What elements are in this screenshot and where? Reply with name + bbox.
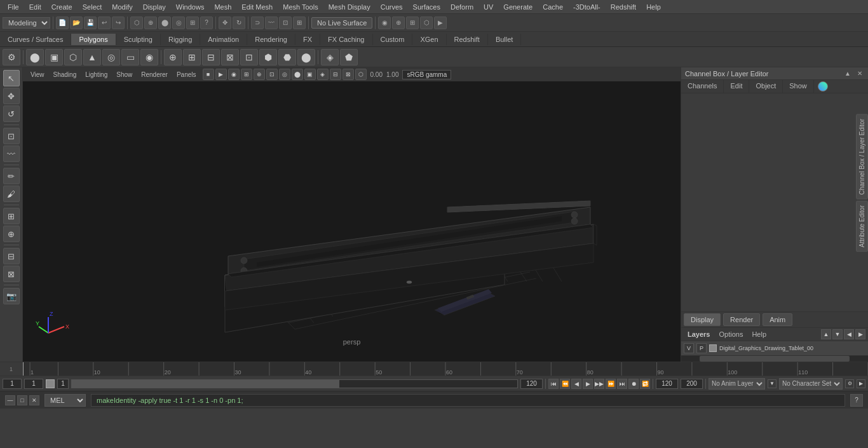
shelf-bevel-icon[interactable]: ⬢: [259, 49, 277, 65]
pb-prev-frame-btn[interactable]: ◀: [571, 379, 581, 389]
shelf-settings-icon[interactable]: ⚙: [3, 49, 20, 65]
vp-menu-view[interactable]: View: [28, 71, 47, 79]
le-visibility-toggle[interactable]: V: [684, 343, 694, 353]
tab-polygons[interactable]: Polygons: [71, 34, 116, 45]
render-icon[interactable]: ◉: [378, 17, 391, 29]
shelf-cylinder-icon[interactable]: ⬡: [64, 49, 82, 65]
rotate-icon[interactable]: ↻: [233, 17, 245, 29]
cb-tab-object[interactable]: Object: [749, 80, 783, 93]
vp-menu-shading[interactable]: Shading: [51, 71, 79, 79]
edge-tab-attribute-editor[interactable]: Attribute Editor: [856, 201, 868, 252]
menu-mesh-display[interactable]: Mesh Display: [323, 2, 376, 12]
zoom-icon[interactable]: ⊠: [3, 266, 20, 282]
lasso-icon[interactable]: ⊕: [144, 17, 157, 29]
shelf-fill-icon[interactable]: ⬤: [297, 49, 315, 65]
vp-menu-lighting[interactable]: Lighting: [83, 71, 110, 79]
paint-select-icon[interactable]: ⊡: [3, 128, 20, 144]
shelf-loop-icon[interactable]: ⬣: [278, 49, 296, 65]
render3-icon[interactable]: ⊞: [406, 17, 419, 29]
char-set-extra-icon[interactable]: ▶: [857, 379, 865, 388]
snap-curve-icon[interactable]: ⊕: [3, 226, 20, 242]
gamma-selector[interactable]: sRGB gamma: [402, 70, 451, 79]
menu-deform[interactable]: Deform: [445, 2, 478, 12]
cb-tab-channels[interactable]: Channels: [681, 80, 724, 93]
help2-icon[interactable]: ?: [200, 17, 213, 29]
tab-bullet[interactable]: Bullet: [488, 34, 522, 45]
anim-icon[interactable]: ▶: [434, 17, 447, 29]
viewport[interactable]: View Shading Lighting Show Renderer Pane…: [23, 67, 681, 362]
menu-uv[interactable]: UV: [478, 2, 498, 12]
tab-rigging[interactable]: Rigging: [161, 34, 200, 45]
current-frame-input[interactable]: [3, 379, 22, 389]
menu-create[interactable]: Create: [46, 2, 78, 12]
vp-tool-7[interactable]: ◎: [279, 69, 290, 80]
vp-menu-show[interactable]: Show: [114, 71, 135, 79]
cb-tab-show[interactable]: Show: [783, 80, 814, 93]
snap-icon[interactable]: ⊞: [186, 17, 199, 29]
menu-mesh-tools[interactable]: Mesh Tools: [278, 2, 323, 12]
menu-edit[interactable]: Edit: [24, 2, 46, 12]
frame-display2[interactable]: [24, 379, 43, 389]
le-options-menu[interactable]: Options: [715, 329, 747, 339]
vp-tool-12[interactable]: ⊠: [342, 69, 354, 80]
save-scene-icon[interactable]: 💾: [84, 17, 97, 29]
soft-mod-icon[interactable]: 〰: [3, 146, 20, 162]
le-playback-toggle[interactable]: P: [696, 343, 707, 353]
scene-close-btn[interactable]: ✕: [29, 395, 39, 405]
shelf-merge-icon[interactable]: ⊟: [202, 49, 220, 65]
menu-surfaces[interactable]: Surfaces: [408, 2, 445, 12]
char-set-selector[interactable]: No Character Set: [779, 378, 843, 390]
le-arrow-down-icon[interactable]: ▼: [832, 329, 843, 339]
move-tool-icon[interactable]: ✥: [3, 88, 20, 104]
char-set-settings-icon[interactable]: ⚙: [845, 379, 854, 388]
cb-tab-edit[interactable]: Edit: [724, 80, 749, 93]
select-icon[interactable]: ⬡: [130, 17, 143, 29]
tab-fx-caching[interactable]: FX Caching: [320, 34, 372, 45]
script-language-selector[interactable]: MEL Python: [44, 394, 86, 407]
vp-tool-1[interactable]: ■: [203, 69, 214, 80]
paint-icon[interactable]: ⬤: [158, 17, 171, 29]
render2-icon[interactable]: ⊕: [392, 17, 405, 29]
shelf-torus-icon[interactable]: ◎: [102, 49, 120, 65]
pb-loop-btn[interactable]: 🔁: [640, 379, 650, 389]
edge-tab-channel-box[interactable]: Channel Box / Layer Editor: [856, 114, 868, 200]
le-arrow-right-icon[interactable]: ▶: [855, 329, 865, 339]
scene-restore-btn[interactable]: □: [17, 395, 27, 405]
grid-icon[interactable]: ⊞: [293, 17, 306, 29]
render4-icon[interactable]: ⬡: [420, 17, 433, 29]
le-layer-color[interactable]: [709, 344, 717, 352]
shelf-extrude-icon[interactable]: ⊕: [164, 49, 182, 65]
soft-icon[interactable]: ◎: [172, 17, 185, 29]
move-icon[interactable]: ✥: [219, 17, 231, 29]
range-end-input[interactable]: [520, 379, 543, 389]
pb-end-btn[interactable]: ⏭: [617, 379, 627, 389]
le-arrow-left-icon[interactable]: ◀: [844, 329, 854, 339]
pb-next-key-btn[interactable]: ⏩: [606, 379, 616, 389]
vp-tool-5[interactable]: ⊕: [254, 69, 265, 80]
command-input[interactable]: [91, 394, 845, 407]
le-help-menu[interactable]: Help: [748, 329, 770, 339]
camera-icon[interactable]: 📷: [3, 288, 20, 304]
pb-play-btn[interactable]: ▶: [583, 379, 593, 389]
le-tab-display[interactable]: Display: [684, 313, 721, 326]
menu-help[interactable]: Help: [641, 2, 666, 12]
pb-start-btn[interactable]: ⏮: [548, 379, 559, 389]
playback-end-input[interactable]: [656, 379, 678, 389]
menu-windows[interactable]: Windows: [171, 2, 210, 12]
menu-display[interactable]: Display: [138, 2, 171, 12]
shelf-combine-icon[interactable]: ⊠: [221, 49, 239, 65]
vp-tool-2[interactable]: ▶: [215, 69, 227, 80]
anim-layer-settings-icon[interactable]: ▼: [768, 379, 776, 388]
tab-redshift[interactable]: Redshift: [447, 34, 488, 45]
tab-rendering[interactable]: Rendering: [247, 34, 295, 45]
menu-file[interactable]: File: [3, 2, 24, 12]
range-bar[interactable]: [71, 379, 518, 388]
tab-fx[interactable]: FX: [295, 34, 320, 45]
shelf-plane-icon[interactable]: ▭: [121, 49, 139, 65]
vp-menu-panels[interactable]: Panels: [174, 71, 199, 79]
frame-num3[interactable]: [57, 379, 69, 389]
workspace-selector[interactable]: Modeling: [3, 17, 50, 29]
menu-mesh[interactable]: Mesh: [209, 2, 236, 12]
vp-tool-9[interactable]: ▣: [304, 69, 316, 80]
pb-record-btn[interactable]: ⏺: [628, 379, 639, 389]
